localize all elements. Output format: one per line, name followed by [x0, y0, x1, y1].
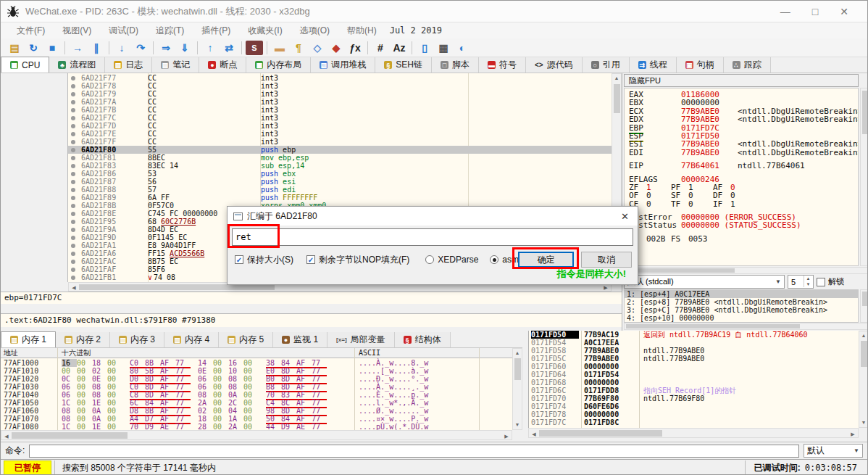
disasm-row[interactable]: 6AD21F896A FFpush FFFFFFFF: [68, 194, 612, 202]
cancel-button[interactable]: 取消: [581, 252, 632, 268]
memory-row[interactable]: 77AF100016001800C08BAF77140016003884AF77…: [1, 359, 512, 367]
step-over-icon[interactable]: ↷: [132, 41, 149, 55]
stack-row[interactable]: 0171FD6000000000: [529, 363, 859, 371]
minimize-button[interactable]: —: [780, 6, 790, 17]
stack-vscrollbar[interactable]: ▲▼: [859, 331, 868, 428]
tab-符号[interactable]: ▬符号: [479, 57, 526, 73]
stack-row[interactable]: 0171FD7800000000: [529, 410, 859, 418]
menu-item[interactable]: 视图(V): [54, 24, 100, 37]
arguments-hscrollbar[interactable]: [624, 323, 868, 330]
tab-内存-2[interactable]: ▥内存 2: [56, 332, 110, 347]
memory-row[interactable]: 77AF104006000800C88DAF7708000A007083AF77…: [1, 391, 512, 399]
maximize-button[interactable]: □: [812, 6, 818, 17]
panel-splitter[interactable]: [522, 331, 528, 440]
disasm-row[interactable]: 6AD21F8055push ebp: [68, 146, 612, 154]
breakpoint-dot[interactable]: [71, 244, 75, 248]
tab-cpu[interactable]: ▦CPU: [1, 57, 49, 73]
registers-vscrollbar[interactable]: [860, 88, 868, 266]
argument-row[interactable]: 3: [esp+C] 77B9ABE0 <ntdll.DbgUiRemoteBr…: [625, 306, 858, 314]
register-row[interactable]: EFLAGS00000246: [629, 175, 858, 183]
breakpoint-dot[interactable]: [71, 148, 75, 152]
command-profile-select[interactable]: 默认▼: [804, 444, 863, 458]
menu-item[interactable]: 追踪(T): [147, 24, 193, 37]
tab-内存-3[interactable]: ▥内存 3: [110, 332, 164, 347]
step-into-icon[interactable]: ↓: [113, 41, 130, 55]
breakpoint-dot[interactable]: [71, 92, 75, 96]
register-row[interactable]: EDI77B9ABE0<ntdll.DbgUiRemoteBreakin>: [629, 149, 858, 157]
tab-局部变量[interactable]: [x=]局部变量: [327, 332, 394, 347]
register-row[interactable]: LastStatus00000000 (STATUS_SUCCESS): [629, 221, 858, 229]
keep-size-checkbox[interactable]: ✓: [235, 255, 243, 264]
tab-笔记[interactable]: ▤笔记: [152, 57, 199, 73]
registers-hscrollbar[interactable]: [624, 267, 868, 274]
breakpoint-dot[interactable]: [71, 132, 75, 136]
breakpoint-dot[interactable]: [71, 180, 75, 184]
disasm-row[interactable]: 6AD21F7DCCint3: [68, 122, 612, 130]
tab-结构体[interactable]: §结构体: [395, 332, 451, 347]
globe-icon[interactable]: ◐: [454, 41, 471, 55]
stack-row[interactable]: 0171FD7C0171FD8C: [529, 418, 859, 426]
comments-icon[interactable]: ¶: [290, 41, 307, 55]
tab-流程图[interactable]: ♣流程图: [49, 57, 105, 73]
restart-icon[interactable]: ↻: [25, 41, 42, 55]
tab-句柄[interactable]: ▣句柄: [677, 57, 724, 73]
stack-row[interactable]: 0171FD5877B9ABE0ntdll.77B9ABE0: [529, 347, 859, 355]
breakpoint-dot[interactable]: [71, 268, 75, 272]
disasm-row[interactable]: 6AD21F8756push esi: [68, 178, 612, 186]
breakpoint-dot[interactable]: [71, 212, 75, 216]
breakpoint-dot[interactable]: [71, 108, 75, 112]
breakpoint-dot[interactable]: [71, 276, 75, 280]
stack-row[interactable]: 0171FD5C77B9ABE0ntdll.77B9ABE0: [529, 355, 859, 363]
menu-item[interactable]: 选项(O): [291, 24, 338, 37]
hide-fpu-button[interactable]: 隐藏FPU: [624, 74, 859, 87]
disasm-row[interactable]: 6AD21F7FCCint3: [68, 138, 612, 146]
asmjit-radio[interactable]: [490, 255, 498, 264]
stack-row[interactable]: 0171FD6C0171FDD8指向SEH_Record[1]的指针: [529, 387, 859, 395]
tab-调用堆栈[interactable]: ▧调用堆栈: [311, 57, 375, 73]
breakpoint-dot[interactable]: [71, 188, 75, 192]
stack-hscrollbar[interactable]: ◀▶: [528, 428, 859, 438]
tab-内存-4[interactable]: ▥内存 4: [164, 332, 219, 347]
register-row[interactable]: EAX01186000: [629, 91, 858, 99]
breakpoint-dot[interactable]: [71, 84, 75, 88]
memory-hscrollbar[interactable]: ◀▶: [1, 430, 512, 440]
unlock-checkbox[interactable]: [817, 278, 825, 286]
memory-row[interactable]: 77AF106008000A00D88BAF7702000400988DAF77…: [1, 407, 512, 415]
close-debuggee-icon[interactable]: ■: [43, 41, 61, 55]
memory-row[interactable]: 77AF101000000200805BAF770E001000E08DAF77…: [1, 367, 512, 375]
memory-vscrollbar[interactable]: ▲▼: [512, 348, 522, 430]
stack-row[interactable]: 0171FD54A0C17EEA: [529, 339, 859, 347]
breakpoint-dot[interactable]: [71, 196, 75, 200]
tab-内存布局[interactable]: ▦内存布局: [246, 57, 311, 73]
calling-convention-select[interactable]: 默认 (stdcall)▼: [624, 275, 785, 289]
arg-count-spinner[interactable]: 5▲▼: [788, 275, 814, 289]
register-row[interactable]: EBP0171FD7C: [629, 124, 858, 132]
stack-row[interactable]: 0171FD5077B9AC19返回到 ntdll.77B9AC19 自 ntd…: [529, 331, 859, 339]
argument-row[interactable]: 1: [esp+4] A0C17EEA: [625, 290, 858, 298]
favourites-icon[interactable]: ▯: [416, 41, 433, 55]
disasm-row[interactable]: 6AD21F7ACCint3: [68, 98, 612, 106]
argument-row[interactable]: 2: [esp+8] 77B9ABE0 <ntdll.DbgUiRemoteBr…: [625, 298, 858, 306]
register-row[interactable]: GS002BFS0053: [629, 235, 858, 243]
stack-row[interactable]: 0171FD74D60FE6D6: [529, 402, 859, 410]
command-input[interactable]: [29, 445, 799, 458]
menu-item[interactable]: 收藏夹(I): [239, 24, 291, 37]
strings-icon[interactable]: S: [246, 41, 263, 55]
memory-row[interactable]: 77AF10501C001E006C84AF772A002C00C48CAF77…: [1, 399, 512, 407]
breakpoint-dot[interactable]: [71, 172, 75, 176]
labels-icon[interactable]: ◇: [309, 41, 326, 55]
tab-跟踪[interactable]: ∴跟踪: [724, 57, 771, 73]
disasm-row[interactable]: 6AD21F8653push ebx: [68, 170, 612, 178]
breakpoint-dot[interactable]: [71, 228, 75, 232]
case-icon[interactable]: Az: [391, 41, 408, 55]
menu-item[interactable]: 帮助(H): [338, 24, 385, 37]
disasm-row[interactable]: 6AD21F818BECmov ebp,esp: [68, 154, 612, 162]
pause-icon[interactable]: ∥: [88, 41, 105, 55]
run-icon[interactable]: →: [69, 41, 86, 55]
breakpoint-dot[interactable]: [71, 164, 75, 168]
stack-row[interactable]: 0171FD6800000000: [529, 379, 859, 387]
tab-脚本[interactable]: □脚本: [432, 57, 479, 73]
open-file-icon[interactable]: ▤: [6, 41, 23, 55]
breakpoints-icon[interactable]: ◆: [327, 41, 345, 55]
function-icon[interactable]: ƒx: [346, 41, 364, 55]
